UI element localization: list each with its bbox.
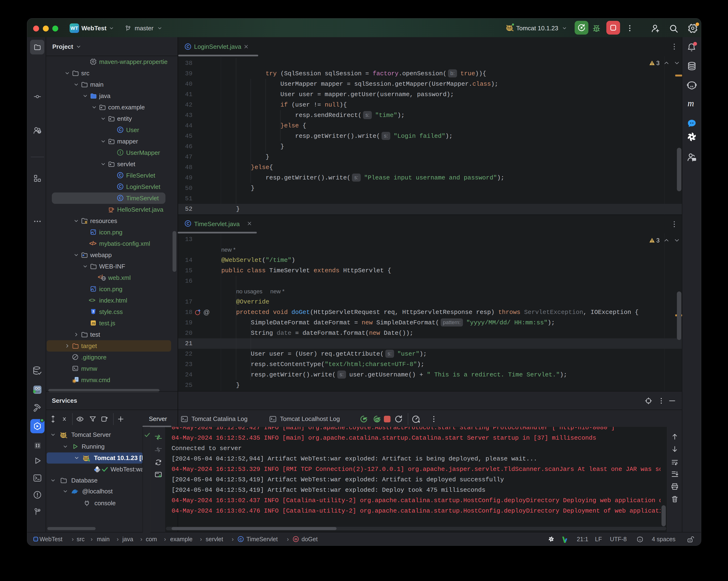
svg-text:C: C (119, 184, 122, 189)
svg-text:JS: JS (92, 322, 95, 325)
svg-text:C: C (186, 45, 189, 49)
svg-text:3: 3 (92, 309, 94, 313)
svg-text:m: m (294, 537, 297, 541)
svg-text:?: ? (38, 130, 40, 133)
svg-text:C: C (239, 537, 242, 541)
svg-text:C: C (119, 173, 122, 177)
svg-text:C: C (119, 196, 122, 200)
svg-text:I: I (120, 150, 121, 155)
svg-text:C: C (119, 128, 122, 132)
svg-text:C: C (186, 221, 189, 226)
